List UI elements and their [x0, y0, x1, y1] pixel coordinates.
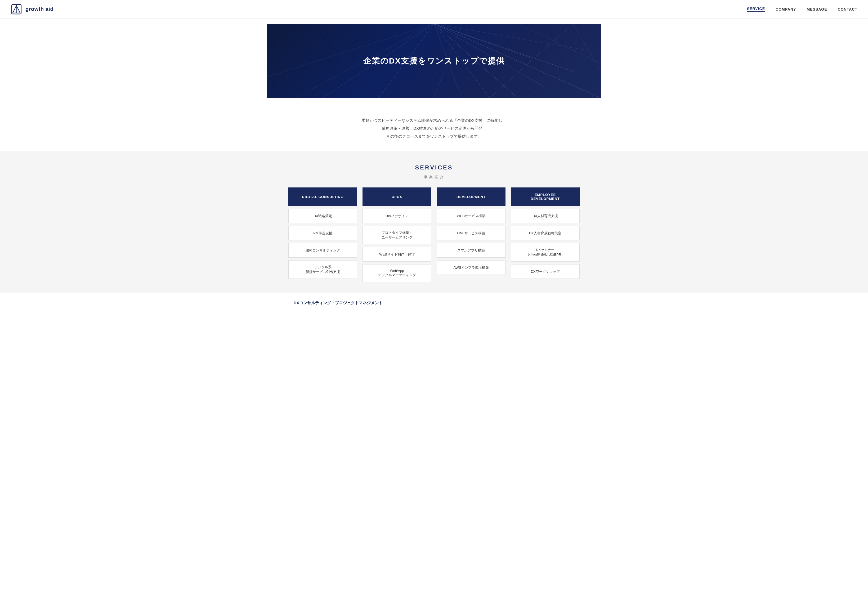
service-item-3-2[interactable]: DXセミナー （企画/開発/UIUX/BPR）	[511, 243, 580, 261]
logo[interactable]: growth aid	[10, 3, 53, 15]
service-header-1: UI/UX	[363, 187, 431, 206]
service-item-1-2[interactable]: WEBサイト制作・保守	[363, 247, 431, 261]
svg-line-16	[573, 24, 601, 71]
svg-line-13	[267, 24, 434, 77]
services-heading: SERVICES 事 業 紹 介	[5, 164, 863, 180]
svg-line-9	[434, 24, 531, 58]
service-item-3-3[interactable]: DXワークショップ	[511, 264, 580, 279]
services-heading-jp: 事 業 紹 介	[5, 175, 863, 180]
services-divider	[429, 173, 439, 173]
main-nav: SERVICECOMPANYMESSAGECONTACT	[747, 7, 858, 12]
service-header-2: DEVELOPMENT	[437, 187, 505, 206]
bottom-title: DXコンサルティング・プロジェクトマネジメント	[294, 301, 574, 306]
service-item-0-1[interactable]: PM伴走支援	[288, 226, 357, 241]
service-item-3-0[interactable]: DX人材育成支援	[511, 209, 580, 223]
service-item-2-0[interactable]: WEBサービス構築	[437, 209, 505, 223]
nav-item-contact[interactable]: CONTACT	[838, 7, 858, 11]
service-item-0-2[interactable]: 開発コンサルティング	[288, 243, 357, 258]
intro-line1: 柔軟かつスピーディーなシステム開発が求められる「企業のDX支援」に特化し、	[5, 117, 863, 124]
service-item-1-0[interactable]: UI/UXデザイン	[363, 209, 431, 223]
service-item-2-3[interactable]: AWSインフラ環境構築	[437, 260, 505, 275]
intro-line2: 業務改革・改善、DX推進のためのサービス企画から開発、	[5, 124, 863, 132]
svg-line-17	[517, 24, 601, 63]
bottom-section: DXコンサルティング・プロジェクトマネジメント	[288, 292, 580, 311]
service-header-3: EMPLOYEE DEVELOPMENT	[511, 187, 580, 206]
service-item-0-0[interactable]: DX戦略策定	[288, 209, 357, 223]
service-column-3: EMPLOYEE DEVELOPMENTDX人材育成支援DX人材育成戦略策定DX…	[511, 187, 580, 282]
nav-item-company[interactable]: COMPANY	[776, 7, 796, 11]
service-item-2-1[interactable]: LINEサービス構築	[437, 226, 505, 241]
services-section: SERVICES 事 業 紹 介 DIGITAL CONSULTINGDX戦略策…	[0, 151, 868, 292]
nav-item-service[interactable]: SERVICE	[747, 7, 765, 12]
site-header: growth aid SERVICECOMPANYMESSAGECONTACT	[0, 0, 868, 19]
service-column-0: DIGITAL CONSULTINGDX戦略策定PM伴走支援開発コンサルティング…	[288, 187, 357, 282]
logo-text: growth aid	[25, 6, 53, 12]
svg-line-10	[434, 24, 587, 50]
logo-icon	[10, 3, 22, 15]
service-item-3-1[interactable]: DX人材育成戦略策定	[511, 226, 580, 241]
hero-title: 企業のDX支援をワンストップで提供	[363, 56, 505, 66]
intro-line3: その後のグロースまでをワンストップで提供します。	[5, 132, 863, 140]
hero-banner: 企業のDX支援をワンストップで提供	[267, 24, 601, 98]
nav-item-message[interactable]: MESSAGE	[807, 7, 827, 11]
services-grid: DIGITAL CONSULTINGDX戦略策定PM伴走支援開発コンサルティング…	[288, 187, 580, 282]
service-item-1-1[interactable]: プロトタイプ構築・ ユーザーヒアリング	[363, 226, 431, 244]
svg-point-20	[573, 50, 573, 51]
service-item-1-3[interactable]: Web/App デジタルマーケティング	[363, 264, 431, 282]
intro-section: 柔軟かつスピーディーなシステム開発が求められる「企業のDX支援」に特化し、 業務…	[0, 103, 868, 151]
service-column-2: DEVELOPMENTWEBサービス構築LINEサービス構築スマホアプリ構築AW…	[437, 187, 505, 282]
svg-point-22	[559, 77, 559, 77]
svg-point-21	[517, 37, 518, 38]
services-heading-en: SERVICES	[5, 164, 863, 171]
service-header-0: DIGITAL CONSULTING	[288, 187, 357, 206]
service-item-2-2[interactable]: スマホアプリ構築	[437, 243, 505, 258]
service-column-1: UI/UXUI/UXデザインプロトタイプ構築・ ユーザーヒアリングWEBサイト制…	[363, 187, 431, 282]
service-item-0-3[interactable]: デジタル系 新規サービス創出支援	[288, 260, 357, 279]
